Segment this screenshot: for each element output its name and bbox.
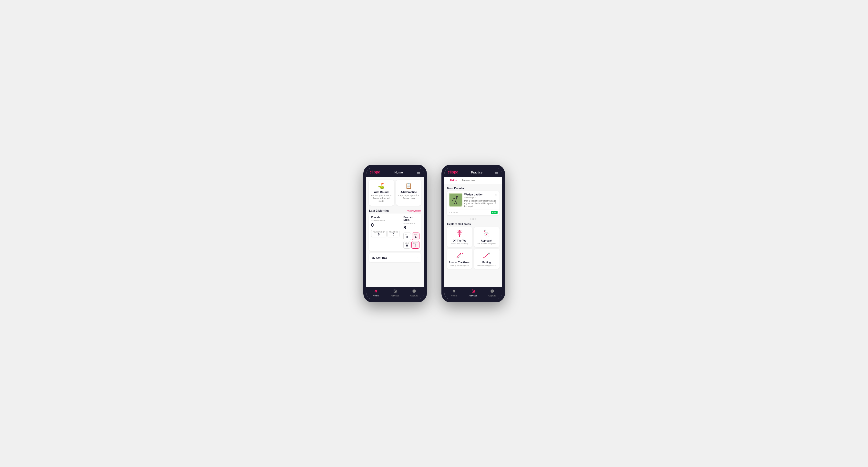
drill-name: Wedge Ladder (464, 193, 483, 196)
add-practice-card[interactable]: 📋 Add Practice Capture your practice off… (396, 180, 422, 206)
svg-line-10 (460, 230, 461, 236)
tee-icon (454, 229, 465, 238)
skill-arg-desc: Hone your short game (450, 264, 469, 267)
arg-label: ARG (405, 242, 409, 244)
tournament-box: Tournament 0 (371, 230, 386, 238)
practice-tabs: Drills Favourites (444, 177, 502, 184)
app-box: APP 4 (412, 232, 420, 240)
chevron-right-icon: › (417, 256, 418, 259)
activities-nav-label-2: Activities (469, 294, 477, 297)
stats-container: Rounds Rounds Capture 0 Tournament 0 Pra… (369, 214, 422, 251)
dot-3[interactable] (475, 218, 476, 220)
skill-grid: Off The Tee Power and accuracy (444, 227, 502, 271)
svg-point-34 (489, 253, 489, 254)
svg-line-7 (457, 231, 460, 236)
stats-row: Rounds Rounds Capture 0 Tournament 0 Pra… (371, 216, 419, 249)
svg-point-30 (486, 256, 487, 256)
putt-box: PUTT 4 (411, 241, 419, 249)
svg-line-8 (458, 230, 460, 236)
nav-activities-2[interactable]: Activities (463, 289, 483, 297)
svg-point-19 (484, 231, 485, 232)
add-round-title: Add Round (374, 191, 389, 193)
rounds-sub-row: Tournament 0 Practice 0 (371, 230, 400, 238)
drills-sub-row-bottom: ARG 0 PUTT 4 (403, 241, 419, 249)
dot-1[interactable] (470, 218, 471, 220)
practice-content: Most Popular (444, 184, 502, 287)
home-content: ⛳ Add Round Record your shots in fast or… (366, 177, 424, 287)
tab-favourites[interactable]: Favourites (459, 177, 478, 184)
practice-screen-title: Practice (471, 170, 483, 174)
view-activity-link[interactable]: View Activity (407, 210, 421, 212)
nav-capture-2[interactable]: Capture (483, 289, 502, 297)
putt-value: 4 (413, 244, 417, 247)
skill-putting-desc: Make and lag practice (477, 264, 496, 267)
activities-nav-label: Activities (391, 294, 400, 297)
phone-home: clippd Home ⛳ Add Round Record your shot… (363, 165, 427, 302)
tab-drills[interactable]: Drills (448, 177, 460, 184)
home-nav-label: Home (373, 294, 379, 297)
action-cards-container: ⛳ Add Round Record your shots in fast or… (366, 177, 424, 208)
nav-home[interactable]: Home (366, 289, 385, 297)
nav-activities[interactable]: Activities (385, 289, 405, 297)
svg-point-25 (461, 254, 461, 254)
practice-bottom-nav: Home Activities Capture (444, 287, 502, 300)
app-logo: clippd (370, 170, 380, 175)
golf-bag-label: My Golf Bag (372, 256, 387, 259)
home-header: clippd Home (366, 167, 424, 177)
putt-label: PUTT (413, 242, 417, 244)
tournament-value: 0 (373, 233, 385, 236)
skill-arg-name: Around The Green (449, 261, 470, 264)
nav-home-2[interactable]: Home (444, 289, 464, 297)
app-value: 4 (414, 236, 418, 239)
golf-bag-row[interactable]: My Golf Bag › (369, 253, 422, 262)
home-screen-title: Home (394, 170, 403, 174)
arg-value: 0 (405, 244, 409, 247)
drill-range: 50–100 yds (464, 196, 483, 198)
explore-label: Explore skill areas (444, 222, 502, 227)
skill-off-tee[interactable]: Off The Tee Power and accuracy (447, 227, 472, 247)
drill-description: Play 1 shot at each target yardage. If y… (464, 199, 498, 208)
add-practice-title: Add Practice (400, 191, 417, 193)
drill-star-icon[interactable]: ☆ (495, 193, 498, 196)
add-practice-icon: 📋 (405, 183, 412, 189)
activities-nav-icon (393, 289, 397, 294)
add-round-card[interactable]: ⛳ Add Round Record your shots in fast or… (369, 180, 394, 206)
home-bottom-nav: Home Activities Capture (366, 287, 424, 300)
add-round-icon: ⛳ (378, 183, 384, 189)
stats-title: Last 3 Months (369, 209, 389, 213)
nav-capture[interactable]: Capture (405, 289, 424, 297)
drills-capture-label: Drills Capture (403, 222, 419, 224)
practice-menu-icon[interactable] (495, 171, 498, 174)
wedge-ladder-card[interactable]: Wedge Ladder 50–100 yds ☆ Play 1 shot at… (447, 191, 499, 215)
svg-point-32 (487, 254, 488, 255)
ott-label: OTT (405, 234, 409, 236)
menu-icon[interactable] (417, 171, 420, 174)
skill-around-green[interactable]: Around The Green Hone your short game (447, 249, 472, 269)
practice-rounds-box: Practice 0 (388, 230, 400, 238)
arg-icon (454, 251, 465, 260)
ott-box: OTT 0 (403, 232, 411, 240)
tournament-label: Tournament (373, 231, 385, 233)
capture-nav-label-2: Capture (488, 294, 496, 297)
skill-tee-desc: Power and accuracy (451, 243, 468, 245)
svg-point-15 (461, 230, 461, 231)
skill-putting[interactable]: Putting Make and lag practice (474, 249, 499, 269)
app-logo-2: clippd (448, 170, 459, 175)
rounds-title: Rounds (371, 216, 400, 219)
capture-nav-label: Capture (410, 294, 418, 297)
drills-total: 8 (403, 225, 419, 230)
svg-point-13 (458, 230, 459, 231)
activities-nav-icon-2 (471, 289, 475, 294)
drill-thumbnail (449, 193, 462, 207)
svg-point-22 (457, 257, 458, 258)
carousel-dots (444, 217, 502, 222)
practice-rounds-value: 0 (389, 233, 398, 236)
drills-col: Practice Drills Drills Capture 8 OTT 0 A… (403, 216, 419, 249)
svg-point-14 (459, 230, 460, 231)
dot-2[interactable] (472, 218, 474, 220)
svg-marker-27 (462, 252, 463, 254)
capture-nav-icon-2 (490, 289, 494, 294)
rounds-capture-label: Rounds Capture (371, 220, 400, 222)
skill-approach[interactable]: Approach Dial-in to hit the green (474, 227, 499, 247)
svg-rect-0 (450, 194, 462, 206)
